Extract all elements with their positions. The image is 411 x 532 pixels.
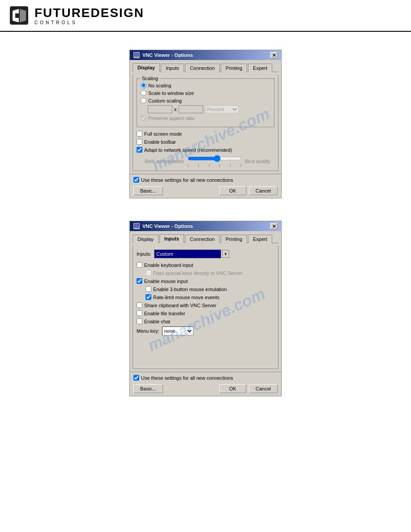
radio-scale-window-row: Scale to window size <box>141 90 270 96</box>
enable-mouse-checkbox[interactable] <box>137 278 142 284</box>
pass-special-keys-label: Pass special keys directly to VNC Server <box>153 270 242 276</box>
vnc-title-icon-2 <box>133 223 140 229</box>
preserve-aspect-checkbox[interactable] <box>141 115 146 121</box>
best-quality-label: Best quality <box>245 159 270 164</box>
dialog2-buttons: Basic... OK Cancel <box>133 384 278 393</box>
enable-keyboard-checkbox[interactable] <box>137 262 142 268</box>
dialog2-cancel-button[interactable]: Cancel <box>249 384 278 393</box>
scale-x-separator: x <box>174 107 177 112</box>
dialog1-footer: Use these settings for all new connectio… <box>130 174 281 198</box>
inputs-field-label: Inputs: <box>137 251 151 257</box>
svg-rect-4 <box>135 53 138 56</box>
dialog2-titlebar: VNC Viewer - Options ✕ <box>130 221 281 231</box>
full-screen-checkbox[interactable] <box>137 131 142 137</box>
dialog2-title-group: VNC Viewer - Options <box>133 223 193 229</box>
enable-chat-row: Enable chat <box>137 318 274 324</box>
share-clipboard-row: Share clipboard with VNC Server <box>137 302 274 308</box>
enable-file-transfer-checkbox[interactable] <box>137 310 142 316</box>
use-settings-row-1: Use these settings for all new connectio… <box>133 177 278 183</box>
radio-scale-window[interactable] <box>141 90 146 96</box>
enable-chat-checkbox[interactable] <box>137 318 142 324</box>
dialog1-close-button[interactable]: ✕ <box>270 52 278 58</box>
tick1: | <box>188 163 188 167</box>
dialog1-buttons: Basic... OK Cancel <box>133 186 278 195</box>
radio-custom-scaling-row: Custom scaling <box>141 98 270 103</box>
dialog1: VNC Viewer - Options ✕ Display Inputs Co… <box>129 50 282 198</box>
preserve-aspect-row: Preserve aspect ratio <box>141 115 270 121</box>
radio-custom-scaling-label: Custom scaling <box>148 98 182 103</box>
radio-no-scaling[interactable] <box>141 82 146 88</box>
enable-toolbar-checkbox[interactable] <box>137 139 142 145</box>
dialog2-close-button[interactable]: ✕ <box>270 223 278 229</box>
tick6: | <box>240 163 241 167</box>
enable-3button-label: Enable 3-button mouse emulation <box>153 287 227 292</box>
preserve-aspect-label: Preserve aspect ratio <box>148 116 195 121</box>
enable-3button-checkbox[interactable] <box>146 286 151 292</box>
inputs-dropdown[interactable]: Custom <box>154 249 221 258</box>
rate-limit-row: Rate-limit mouse move events <box>146 294 274 300</box>
enable-keyboard-label: Enable keyboard input <box>144 262 193 268</box>
tab-printing-1[interactable]: Printing <box>221 64 247 72</box>
logo-icon <box>9 5 29 26</box>
radio-custom-scaling[interactable] <box>141 98 146 103</box>
radio-no-scaling-label: No scaling <box>148 83 171 88</box>
tab-expert-2[interactable]: Expert <box>248 235 272 243</box>
tab-connection-2[interactable]: Connection <box>185 235 220 243</box>
tab-display-1[interactable]: Display <box>133 63 160 72</box>
radio-scale-window-label: Scale to window size <box>148 90 194 96</box>
inputs-dropdown-arrow[interactable]: ▼ <box>222 250 229 258</box>
dialog1-titlebar: VNC Viewer - Options ✕ <box>130 50 281 60</box>
use-settings-checkbox-2[interactable] <box>133 375 139 381</box>
dialog2-wrapper: VNC Viewer - Options ✕ Display Inputs Co… <box>129 221 282 396</box>
dialog2-ok-button[interactable]: OK <box>219 384 246 393</box>
tab-expert-1[interactable]: Expert <box>248 64 272 72</box>
svg-rect-7 <box>135 224 138 227</box>
logo-sub-text: CONTROLS <box>34 20 144 25</box>
tab-printing-2[interactable]: Printing <box>221 235 247 243</box>
menu-key-row: Menu key: none <box>137 326 274 335</box>
enable-chat-label: Enable chat <box>144 319 170 324</box>
pass-special-keys-row: Pass special keys directly to VNC Server <box>146 270 274 276</box>
dialog2-basic-button[interactable]: Basic... <box>133 384 163 393</box>
scale-x-input[interactable]: 100 <box>148 105 172 113</box>
scaling-group: Scaling No scaling Scale to window size … <box>137 78 274 127</box>
use-settings-checkbox-1[interactable] <box>133 177 139 183</box>
tab-inputs-2[interactable]: Inputs <box>159 234 184 243</box>
dialog2-ok-cancel-group: OK Cancel <box>219 384 278 393</box>
inputs-dropdown-value: Custom <box>156 251 173 257</box>
dialog1-basic-button[interactable]: Basic... <box>133 186 163 195</box>
scale-y-input[interactable]: 100 <box>179 105 203 113</box>
pass-special-keys-checkbox[interactable] <box>146 270 151 276</box>
dialog1-title-group: VNC Viewer - Options <box>133 52 193 58</box>
use-settings-row-2: Use these settings for all new connectio… <box>133 375 278 381</box>
enable-3button-row: Enable 3-button mouse emulation <box>146 286 274 292</box>
enable-mouse-label: Enable mouse input <box>144 279 188 284</box>
share-clipboard-label: Share clipboard with VNC Server <box>144 303 216 308</box>
dialog1-cancel-button[interactable]: Cancel <box>249 186 278 195</box>
tab-inputs-1[interactable]: Inputs <box>161 64 184 72</box>
dialog1-tabs: Display Inputs Connection Printing Exper… <box>133 63 278 72</box>
full-screen-label: Full screen mode <box>144 131 182 137</box>
dialog2-title-text: VNC Viewer - Options <box>142 223 193 229</box>
tab-display-2[interactable]: Display <box>133 235 158 243</box>
dialog2-panel: Inputs: Custom ▼ Enable keyboard input <box>133 246 278 369</box>
adapt-network-label: Adapt to network speed (recommended) <box>144 147 232 153</box>
inputs-dropdown-container: Custom ▼ <box>154 249 229 258</box>
enable-keyboard-row: Enable keyboard input <box>137 262 274 268</box>
enable-file-transfer-row: Enable file transfer <box>137 310 274 316</box>
dialog2-footer: Use these settings for all new connectio… <box>130 372 281 396</box>
adapt-network-checkbox[interactable] <box>137 147 142 153</box>
scaling-label: Scaling <box>141 76 159 81</box>
share-clipboard-checkbox[interactable] <box>137 302 142 308</box>
svg-rect-1 <box>15 13 19 18</box>
tick4: | <box>219 163 220 167</box>
scale-unit-select[interactable]: Percent <box>205 105 239 113</box>
slider-container: | | | | | | <box>188 155 241 167</box>
dialog1-ok-button[interactable]: OK <box>219 186 246 195</box>
enable-toolbar-label: Enable toolbar <box>144 139 176 145</box>
menu-key-select[interactable]: none <box>162 326 193 335</box>
tab-connection-1[interactable]: Connection <box>185 64 220 72</box>
rate-limit-checkbox[interactable] <box>146 294 151 300</box>
quality-slider[interactable] <box>188 155 241 162</box>
quality-slider-row: Best compression | | | | | | <box>144 155 274 167</box>
